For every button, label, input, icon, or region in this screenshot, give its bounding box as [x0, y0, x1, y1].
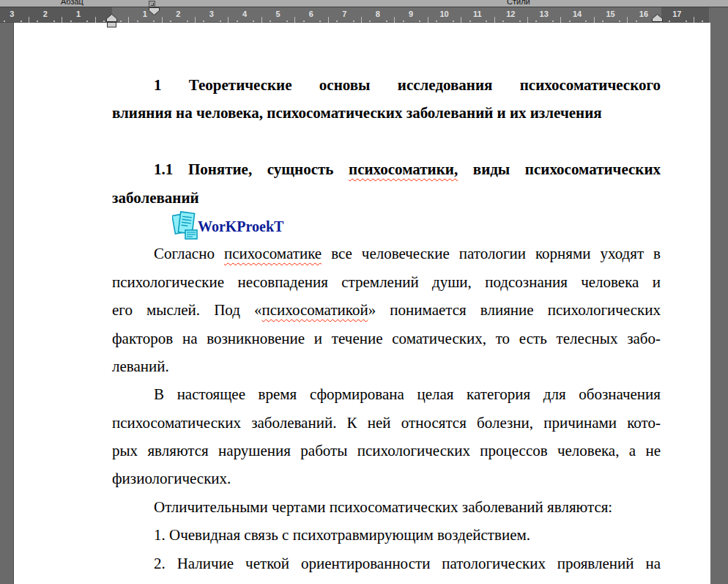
ruler-tick	[62, 17, 62, 23]
body-text: » понимается влияние психологических	[368, 301, 661, 319]
ruler-tick	[502, 21, 504, 22]
spellcheck-underlined-word: психосоматике	[224, 245, 322, 262]
ruler-tick	[686, 21, 687, 22]
body-text: все человеческие патологии корнями уходя…	[322, 245, 661, 262]
dialog-launcher-icon[interactable]	[149, 1, 155, 7]
ruler-number: 7	[342, 10, 346, 18]
horizontal-ruler[interactable]: 1231234567891011121314151617	[0, 7, 709, 23]
ruler-number: 13	[540, 10, 549, 18]
ruler-tick	[569, 21, 571, 22]
document-text-area: 1 Теоретические основы исследования псих…	[112, 71, 661, 577]
body-line[interactable]: психосоматических заболеваний. К ней отн…	[112, 409, 661, 437]
ruler-tick	[70, 21, 72, 22]
ruler-tick	[37, 21, 38, 22]
body-line[interactable]: его мыслей. Под «психосоматикой» понимае…	[112, 296, 661, 324]
spellcheck-underlined-word: психосоматики,	[349, 160, 458, 178]
ruler-tick	[53, 21, 55, 22]
ruler-tick	[170, 21, 171, 22]
ruler-tick	[220, 21, 221, 22]
ruler-tick	[353, 21, 354, 22]
ruler-tick	[560, 17, 561, 23]
ruler-tick	[4, 21, 5, 22]
heading1-line1[interactable]: 1 Теоретические основы исследования псих…	[112, 71, 661, 99]
ruler-tick	[436, 21, 437, 22]
ruler-tick	[461, 17, 461, 23]
body-line[interactable]: 2. Наличие четкой ориентированности пато…	[112, 550, 661, 577]
documents-icon[interactable]	[172, 210, 200, 242]
styles-group-label: Стили	[507, 0, 530, 6]
ruler-tick	[187, 21, 188, 22]
ruler-number: 5	[275, 10, 280, 18]
ruler-tick	[627, 17, 628, 23]
ruler-tick	[403, 21, 404, 22]
ruler-tick	[527, 17, 528, 23]
body-line[interactable]: факторов на возникновение и течение сома…	[112, 325, 661, 352]
ruler-tick	[386, 21, 387, 22]
document-page: 1 Теоретические основы исследования псих…	[13, 23, 710, 584]
ruler-tick	[486, 21, 487, 22]
ruler-tick	[519, 21, 521, 22]
ruler-tick	[552, 21, 554, 22]
ruler-tick	[137, 21, 138, 22]
ruler-tick	[103, 21, 105, 22]
body-line[interactable]: физиологических.	[112, 465, 661, 492]
ruler-tick	[253, 21, 254, 22]
ruler-tick	[702, 21, 703, 22]
hanging-indent-marker[interactable]	[106, 14, 117, 28]
heading2-line1[interactable]: 1.1 Понятие, сущность психосоматики, вид…	[112, 155, 661, 183]
ruler-number: 12	[506, 10, 515, 18]
ruler-tick	[361, 17, 362, 23]
ruler-number: 14	[573, 10, 582, 18]
ruler-tick	[419, 21, 420, 22]
ruler-number: 15	[606, 10, 614, 18]
ruler-right-margin-zone	[661, 7, 709, 22]
left-indent-marker	[108, 23, 116, 28]
ruler-tick	[237, 21, 238, 22]
empty-line[interactable]	[112, 127, 661, 155]
ruler-number: 2	[43, 10, 48, 18]
ruler-tick	[120, 21, 122, 22]
body-text: Согласно	[154, 245, 224, 262]
body-line[interactable]: психологические несовпадения стремлений …	[112, 268, 661, 296]
logo-text: WorKProekT	[198, 218, 283, 234]
ruler-tick	[369, 21, 371, 22]
ruler-tick	[29, 17, 29, 23]
ruler-number: 9	[409, 10, 413, 18]
ruler-tick	[270, 21, 271, 22]
ruler-number: 4	[242, 10, 247, 18]
ruler-tick	[153, 21, 155, 22]
ruler-tick	[195, 17, 196, 23]
ruler-tick	[428, 17, 428, 23]
body-line[interactable]: 1. Очевидная связь с психотравмирующим в…	[112, 521, 661, 549]
ruler-number: 17	[672, 10, 681, 18]
first-line-indent-marker[interactable]	[149, 7, 160, 15]
ruler-tick	[286, 21, 288, 22]
body-line[interactable]: Согласно психосоматике все человеческие …	[112, 240, 661, 267]
ruler-tick	[261, 17, 262, 23]
heading1-line2[interactable]: влияния на человека, психосоматических з…	[112, 99, 661, 127]
ruler-tick	[228, 17, 229, 23]
ruler-number: 8	[376, 10, 380, 18]
body-line[interactable]: леваний.	[112, 352, 661, 380]
body-line[interactable]: В настоящее время сформирована целая кат…	[112, 380, 661, 408]
ruler-number: 11	[473, 10, 482, 18]
ruler-tick	[619, 21, 620, 22]
right-indent-marker[interactable]	[652, 14, 663, 22]
heading2-line2[interactable]: заболеваний	[112, 184, 661, 212]
ruler-tick	[636, 21, 637, 22]
body-line[interactable]: рых являются нарушения работы психологич…	[112, 437, 661, 465]
body-line[interactable]: Отличительными чертами психосоматических…	[112, 493, 661, 521]
ruler-tick	[203, 21, 204, 22]
ruler-number: 2	[176, 10, 180, 18]
ruler-number: 3	[209, 10, 214, 18]
ruler-tick	[86, 21, 88, 22]
ruler-tick	[469, 21, 471, 22]
spellcheck-underlined-word: психосоматикой	[262, 301, 368, 319]
heading2-text: виды психосоматических	[458, 160, 661, 178]
ruler-number: 1	[143, 10, 147, 18]
ruler-number: 6	[309, 10, 313, 18]
ruler-tick	[95, 17, 96, 23]
inline-logo-line[interactable]: WorKProekT	[112, 212, 661, 240]
ruler-tick	[494, 17, 495, 23]
ruler-tick	[394, 17, 395, 23]
